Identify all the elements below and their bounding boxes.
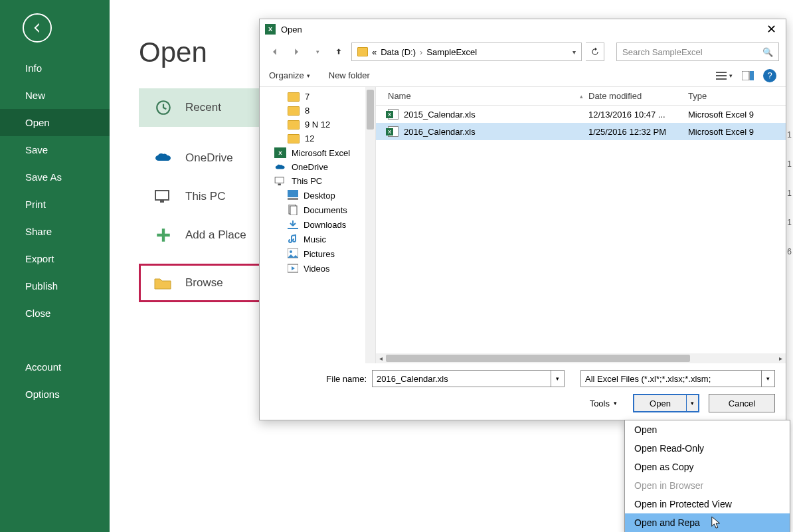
tree-item[interactable]: This PC <box>260 174 375 188</box>
cancel-button[interactable]: Cancel <box>709 394 775 412</box>
file-name: 2015_Calendar.xls <box>404 110 476 120</box>
new-folder-button[interactable]: New folder <box>329 70 370 80</box>
dropdown-item[interactable]: Open <box>625 420 790 439</box>
dropdown-item[interactable]: Open in Protected View <box>625 495 790 513</box>
nav-forward-button[interactable] <box>288 43 305 60</box>
tree-item[interactable]: Documents <box>260 203 375 217</box>
backstage-save[interactable]: Save <box>0 136 110 163</box>
mouse-cursor <box>711 515 723 532</box>
back-button[interactable] <box>23 13 52 43</box>
organize-button[interactable]: Organize ▾ <box>269 70 310 80</box>
help-button[interactable]: ? <box>763 69 776 82</box>
file-date: 1/25/2016 12:32 PM <box>588 127 688 137</box>
filename-dropdown-button[interactable]: ▾ <box>551 371 564 387</box>
dropdown-item[interactable]: Open Read-Only <box>625 439 790 458</box>
search-input[interactable]: Search SampleExcel 🔍 <box>616 43 779 61</box>
tree-item[interactable]: 9 N 12 <box>260 118 375 132</box>
file-row[interactable]: 2015_Calendar.xls12/13/2016 10:47 ...Mic… <box>376 106 786 123</box>
file-row[interactable]: 2016_Calendar.xls1/25/2016 12:32 PMMicro… <box>376 123 786 140</box>
tree-item[interactable]: Downloads <box>260 217 375 232</box>
col-date-header[interactable]: Date modified <box>588 91 688 101</box>
refresh-button[interactable] <box>586 43 604 61</box>
folder-tree[interactable]: 789 N 1212XMicrosoft ExcelOneDriveThis P… <box>260 87 376 363</box>
location-this-pc[interactable]: This PC <box>139 177 278 216</box>
dropdown-item[interactable]: Open as Copy <box>625 458 790 476</box>
open-button[interactable]: Open ▾ <box>633 394 699 412</box>
dialog-nav-bar: ▾ « Data (D:) › SampleExcel ▾ Search Sam… <box>260 39 786 64</box>
location-label: This PC <box>185 190 225 203</box>
tree-item[interactable]: 8 <box>260 104 375 118</box>
backstage-publish[interactable]: Publish <box>0 272 110 300</box>
nav-up-button[interactable] <box>330 43 347 60</box>
onedrive-icon <box>274 163 286 172</box>
scroll-right-button[interactable]: ▸ <box>776 353 786 363</box>
pc-icon <box>274 177 286 186</box>
backstage-export[interactable]: Export <box>0 245 110 272</box>
breadcrumb-sep: › <box>420 47 422 57</box>
dropdown-item[interactable]: Open and Repa <box>625 513 790 532</box>
svg-rect-13 <box>290 206 297 215</box>
backstage-open[interactable]: Open <box>0 109 110 136</box>
backstage-options[interactable]: Options <box>0 381 110 408</box>
col-name-header[interactable]: Name▴ <box>376 91 588 101</box>
dropdown-item: Open in Browser <box>625 476 790 495</box>
tree-item-label: Documents <box>304 205 347 215</box>
backstage-save-as[interactable]: Save As <box>0 163 110 191</box>
svg-rect-4 <box>716 75 727 76</box>
location-add-place[interactable]: Add a Place <box>139 216 278 254</box>
pictures-icon <box>288 248 298 259</box>
backstage-print[interactable]: Print <box>0 191 110 218</box>
documents-icon <box>288 205 298 215</box>
tools-menu-button[interactable]: Tools▾ <box>590 399 617 408</box>
nav-back-button[interactable] <box>266 43 284 60</box>
location-browse[interactable]: Browse <box>139 264 278 302</box>
tree-item[interactable]: Music <box>260 232 375 246</box>
tree-item[interactable]: 7 <box>260 90 375 104</box>
tree-item[interactable]: 12 <box>260 132 375 145</box>
tree-item[interactable]: OneDrive <box>260 160 375 174</box>
onedrive-icon <box>153 148 173 168</box>
file-type: Microsoft Excel 9 <box>688 127 786 137</box>
location-recent[interactable]: Recent <box>139 88 278 127</box>
backstage-account[interactable]: Account <box>0 353 110 381</box>
horizontal-scrollbar[interactable]: ◂ ▸ <box>376 353 786 363</box>
backstage-close[interactable]: Close <box>0 300 110 327</box>
background-sheet-rows: 11116 <box>787 130 792 256</box>
excel-file-icon <box>388 109 398 120</box>
tree-item-label: 12 <box>305 133 314 143</box>
scroll-left-button[interactable]: ◂ <box>376 353 386 363</box>
tree-item[interactable]: Desktop <box>260 188 375 203</box>
nav-recent-button[interactable]: ▾ <box>309 43 326 60</box>
col-type-header[interactable]: Type <box>688 91 786 101</box>
excel-file-icon <box>388 126 398 137</box>
open-split-button[interactable]: ▾ <box>686 395 698 411</box>
tree-scrollbar[interactable] <box>365 87 375 363</box>
tree-item-label: Videos <box>304 264 330 274</box>
tree-item[interactable]: XMicrosoft Excel <box>260 145 375 160</box>
svg-rect-1 <box>155 191 169 200</box>
tree-item[interactable]: Videos <box>260 261 375 276</box>
location-onedrive[interactable]: OneDrive <box>139 139 278 177</box>
svg-rect-9 <box>278 183 281 185</box>
open-file-dialog: X Open ✕ ▾ « Data (D:) › SampleExcel ▾ S… <box>259 19 786 420</box>
filename-input[interactable]: 2016_Calendar.xls ▾ <box>372 370 565 387</box>
breadcrumb-drive[interactable]: Data (D:) <box>381 47 416 57</box>
folder-icon <box>288 120 300 130</box>
backstage-new[interactable]: New <box>0 82 110 109</box>
view-options-button[interactable]: ▾ <box>716 71 733 80</box>
dialog-titlebar: X Open ✕ <box>260 19 786 39</box>
address-dropdown-icon[interactable]: ▾ <box>573 48 576 56</box>
filter-dropdown-button[interactable]: ▾ <box>761 371 774 387</box>
excel-icon: X <box>274 147 286 158</box>
file-type: Microsoft Excel 9 <box>688 110 786 120</box>
backstage-info[interactable]: Info <box>0 54 110 82</box>
svg-rect-8 <box>275 177 284 183</box>
backstage-share[interactable]: Share <box>0 218 110 245</box>
tree-item[interactable]: Pictures <box>260 246 375 261</box>
address-bar[interactable]: « Data (D:) › SampleExcel ▾ <box>351 43 582 61</box>
breadcrumb-folder[interactable]: SampleExcel <box>426 47 477 57</box>
close-button[interactable]: ✕ <box>762 22 780 37</box>
preview-pane-button[interactable] <box>742 71 754 80</box>
file-filter-select[interactable]: All Excel Files (*.xl*;*.xlsx;*.xlsm; ▾ <box>580 370 775 387</box>
plus-icon <box>153 225 173 245</box>
